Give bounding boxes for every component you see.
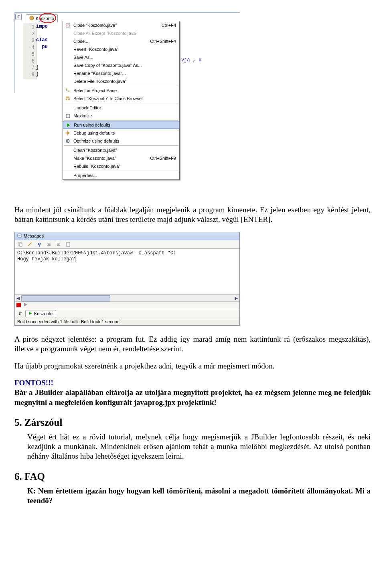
code-fragment-right: vjá , ü [181, 57, 201, 64]
scroll-left-icon[interactable]: ◀ [15, 295, 21, 301]
menu-optimize-using-defaults[interactable]: Optimize using defaults [63, 137, 179, 145]
scroll-thumb[interactable] [21, 295, 110, 302]
heading-6: 6. FAQ [14, 470, 371, 483]
messages-tab-label: Koszonto [34, 311, 53, 316]
menu-rebuild[interactable]: Rebuild "Koszonto.java" [63, 162, 179, 170]
menu-close-dots[interactable]: Close... Ctrl+Shift+F4 [63, 37, 179, 45]
fontos-heading: FONTOS!!! [14, 378, 371, 388]
optimize-icon [63, 137, 73, 145]
menu-properties[interactable]: Properties... [63, 171, 179, 179]
svg-line-22 [28, 243, 31, 246]
expand-icon[interactable]: ⇵ [16, 310, 24, 316]
find-icon[interactable]: ⚲ [36, 241, 43, 248]
class-browser-icon [63, 95, 73, 103]
run-controls [15, 301, 239, 309]
close-icon [63, 21, 73, 29]
wand-icon[interactable] [26, 241, 33, 248]
menu-delete-file[interactable]: Delete File "Koszonto.java" [63, 77, 179, 85]
menu-debug-using-defaults[interactable]: Debug using defaults [63, 129, 179, 137]
run-icon [63, 121, 73, 129]
menu-revert[interactable]: Revert "Koszonto.java" [63, 45, 179, 53]
paragraph: A piros négyzet jelentése: a program fut… [14, 334, 371, 354]
svg-rect-21 [20, 243, 22, 246]
context-menu: Close "Koszonto.java" Ctrl+F4 Close All … [63, 21, 180, 180]
menu-rename[interactable]: Rename "Koszonto.java"... [63, 69, 179, 77]
menu-make[interactable]: Make "Koszonto.java" Ctrl+Shift+F9 [63, 154, 179, 162]
console-output[interactable]: C:\Borland\JBuilder2005\jdk1.4\bin\javaw… [15, 249, 239, 294]
run-icon [29, 311, 32, 316]
stop-button[interactable] [16, 303, 21, 307]
code-area: impo clas pu } } [36, 23, 48, 78]
messages-title-bar: Messages [15, 232, 239, 240]
svg-rect-5 [68, 91, 69, 92]
menu-separator [64, 120, 178, 121]
messages-toolbar: ⚲ [15, 240, 239, 249]
menu-undock-editor[interactable]: Undock Editor [63, 104, 179, 112]
scroll-track[interactable] [21, 295, 233, 301]
panel-collapse-icon: ⇵ [15, 14, 22, 20]
console-hscrollbar[interactable]: ◀ ▶ [15, 294, 239, 301]
menu-separator [64, 103, 178, 103]
menu-maximize[interactable]: Maximize [63, 112, 179, 120]
maximize-icon [63, 112, 73, 120]
messages-icon [17, 233, 22, 239]
menu-separator [64, 86, 178, 86]
menu-save-as[interactable]: Save As... [63, 53, 179, 61]
messages-screenshot: Messages ⚲ C:\Borland\JBuilder2005\jdk1.… [14, 232, 240, 326]
menu-separator [64, 145, 178, 146]
svg-marker-32 [29, 312, 32, 315]
doc-icon[interactable] [65, 241, 72, 248]
svg-rect-30 [67, 242, 70, 246]
debug-icon [63, 129, 73, 137]
heading-5: 5. Zárszóul [14, 416, 371, 429]
svg-point-0 [30, 16, 34, 20]
messages-tabs: ⇵ Koszonto [15, 309, 239, 318]
run-button[interactable] [23, 302, 28, 308]
scroll-right-icon[interactable]: ▶ [233, 295, 239, 301]
svg-point-11 [67, 132, 69, 134]
status-bar: Build succeeded with 1 file built. Build… [15, 318, 239, 325]
svg-rect-4 [66, 89, 67, 90]
paragraph: Bár a JBuilder alapállában eltárolja az … [14, 388, 371, 407]
paragraph: Véget ért hát ez a rövid tutorial, melyn… [27, 432, 371, 461]
menu-close-all-except: Close All Except "Koszonto.java" [63, 29, 179, 37]
svg-marker-31 [24, 303, 27, 306]
tree-icon [63, 87, 73, 95]
menu-select-project-pane[interactable]: Select in Project Pane [63, 87, 179, 95]
menu-select-class-browser[interactable]: Select "Koszonto" In Class Browser [63, 95, 179, 103]
java-file-icon [29, 16, 34, 22]
menu-clean[interactable]: Clean "Koszonto.java" [63, 146, 179, 154]
paragraph: Ha mindent jól csináltunk a főablak lega… [14, 205, 371, 225]
paragraph: K: Nem értettem igazán hogy hogyan kell … [27, 486, 371, 506]
svg-point-23 [31, 242, 32, 243]
menu-separator [64, 171, 178, 171]
svg-rect-6 [66, 97, 69, 98]
svg-rect-7 [66, 99, 67, 100]
menu-save-copy-as[interactable]: Save Copy of "Koszonto.java" As... [63, 61, 179, 69]
svg-rect-9 [66, 114, 70, 118]
menu-run-using-defaults[interactable]: Run using defaults [63, 121, 179, 129]
ide-screenshot: ⇵ Koszonto 1 2 3 4 5 6 7 8 impo clas pu … [14, 12, 239, 196]
menu-close[interactable]: Close "Koszonto.java" Ctrl+F4 [63, 21, 179, 29]
svg-marker-10 [67, 123, 70, 127]
messages-title: Messages [24, 233, 44, 239]
paragraph: Ha újabb programokat szeretnénk a projek… [14, 361, 371, 371]
copy-icon[interactable] [16, 241, 24, 248]
svg-rect-8 [68, 99, 70, 100]
line-gutter: 1 2 3 4 5 6 7 8 [23, 23, 36, 79]
outdent-icon[interactable] [55, 241, 62, 248]
indent-icon[interactable] [45, 241, 53, 248]
tutorial-highlight-circle [39, 13, 56, 23]
svg-rect-17 [18, 234, 22, 237]
messages-tab-koszonto[interactable]: Koszonto [25, 310, 56, 317]
